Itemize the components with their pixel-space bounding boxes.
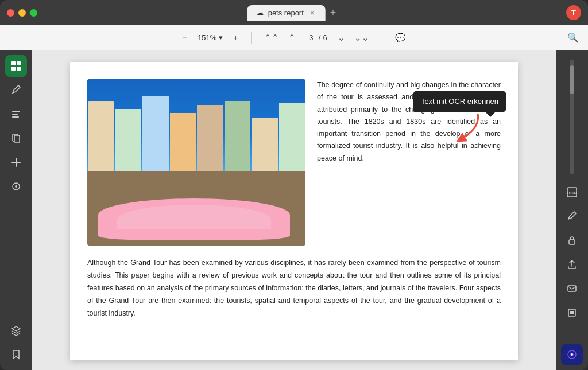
svg-rect-4 [12,111,20,112]
sidebar-item-protect[interactable] [561,229,583,251]
thumbnails-icon [11,61,21,71]
toolbar: − 151% ▾ + ⌃⌃ ⌃ / 6 ⌄ ⌄⌄ 💬 🔍 [0,25,588,50]
svg-rect-5 [12,114,18,115]
share-icon [567,259,577,270]
sidebar-item-insert[interactable] [5,151,27,173]
page-bottom-text: Although the Grand Tour has been examine… [87,257,501,320]
annotation-controls: 💬 [386,30,415,45]
zoom-out-button[interactable]: − [179,30,191,45]
tab-title: pets report [268,9,304,17]
svg-rect-2 [11,67,16,71]
sidebar-item-bookmark[interactable] [5,344,27,365]
sidebar-item-edit-right[interactable] [561,205,583,227]
svg-text:OCR: OCR [567,190,577,196]
svg-rect-3 [17,67,21,71]
page-main-text: Text mit OCR erkennen The degree [317,79,501,246]
left-sidebar [0,50,32,370]
document-image [87,79,305,246]
edit-right-icon [567,211,577,221]
zoom-controls: − 151% ▾ + [173,30,247,45]
user-avatar[interactable]: T [566,5,581,20]
page-separator: / [319,33,321,42]
svg-rect-13 [569,240,575,244]
svg-point-18 [571,353,573,356]
current-page-input[interactable] [306,33,316,42]
sidebar-item-pages[interactable] [5,127,27,149]
layers-icon [11,325,21,336]
toolbar-divider-2 [382,32,382,44]
maximize-window-button[interactable] [30,9,37,17]
sidebar-item-ocr[interactable]: OCR [561,181,583,203]
pages-icon [11,133,21,143]
page-indicator: / 6 [301,32,332,44]
sidebar-item-compress[interactable] [561,302,583,324]
sidebar-item-thumbnails[interactable] [5,55,27,77]
sidebar-item-ai[interactable] [561,344,583,365]
total-pages: 6 [323,33,327,42]
right-sidebar: OCR [556,50,588,370]
toolbar-divider-1 [251,32,252,44]
insert-icon [11,157,21,168]
active-tab[interactable]: ☁ pets report × [247,5,326,21]
svg-rect-0 [11,61,16,65]
tab-file-icon: ☁ [257,9,264,17]
minimize-window-button[interactable] [18,9,26,17]
tab-bar: ☁ pets report × + [247,5,341,21]
sidebar-item-email[interactable] [561,278,583,299]
email-icon [567,283,577,294]
svg-rect-6 [12,116,19,118]
close-window-button[interactable] [7,9,14,17]
go-to-first-page-button[interactable]: ⌃⌃ [261,30,283,45]
sidebar-item-share[interactable] [561,254,583,275]
zoom-in-button[interactable]: + [230,30,242,45]
go-to-next-page-button[interactable]: ⌄ [334,30,349,45]
svg-rect-16 [570,311,574,314]
svg-rect-1 [17,61,21,65]
ocr-icon: OCR [566,186,578,198]
svg-point-10 [15,185,17,188]
document-area[interactable]: Text mit OCR erkennen The degree [32,50,556,370]
tab-close-button[interactable]: × [308,9,316,17]
compress-icon [567,307,577,318]
add-tab-button[interactable]: + [326,7,341,19]
ocr-arrow-indicator [449,111,483,149]
edit-icon [11,109,21,119]
comment-button[interactable]: 💬 [392,30,409,45]
go-to-prev-page-button[interactable]: ⌃ [285,30,299,45]
page-upper-section: Text mit OCR erkennen The degree [87,79,501,246]
page-nav-controls: ⌃⌃ ⌃ / 6 ⌄ ⌄⌄ [255,30,378,45]
svg-rect-8 [14,135,20,142]
traffic-lights [7,9,37,17]
annotate-icon [11,85,21,95]
sidebar-item-layers[interactable] [5,320,27,341]
zoom-level-display[interactable]: 151% ▾ [193,32,227,44]
sidebar-item-annotate[interactable] [5,79,27,101]
tools-icon [11,181,21,192]
titlebar: ☁ pets report × + T [0,0,588,25]
go-to-last-page-button[interactable]: ⌄⌄ [351,30,373,45]
sidebar-item-tools[interactable] [5,176,27,197]
lock-icon [567,235,577,246]
search-button[interactable]: 🔍 [565,30,581,45]
ocr-tooltip[interactable]: Text mit OCR erkennen [413,91,506,112]
scrollbar-thumb[interactable] [570,65,574,94]
main-layout: Text mit OCR erkennen The degree [0,50,588,370]
sidebar-item-edit[interactable] [5,103,27,125]
page-content: Text mit OCR erkennen The degree [70,62,518,360]
scrollbar-track[interactable] [570,60,574,174]
ai-icon [566,349,578,360]
svg-rect-14 [568,286,576,291]
bookmark-icon [11,349,21,360]
